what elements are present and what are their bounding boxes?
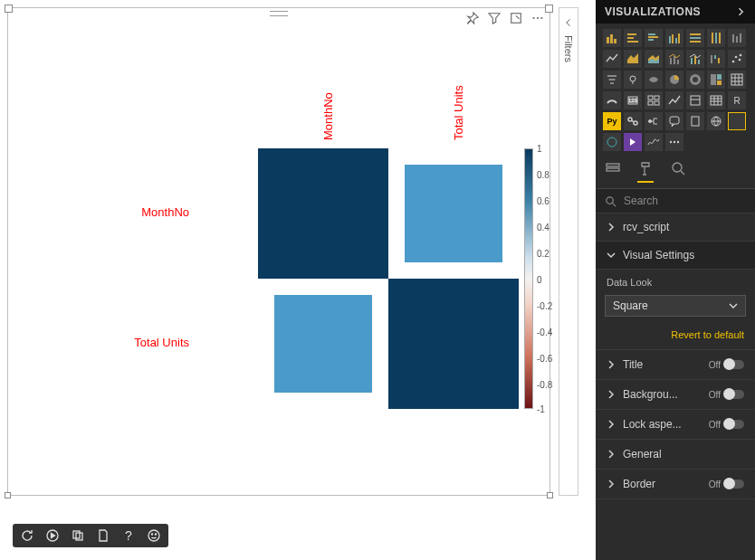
viz-ribbon-icon[interactable]	[728, 29, 746, 47]
section-title[interactable]: Title Off	[596, 350, 755, 380]
svg-rect-24	[690, 37, 701, 39]
svg-rect-46	[609, 79, 616, 81]
section-background[interactable]: Backgrou... Off	[596, 380, 755, 410]
colorbar	[524, 148, 533, 409]
viz-powerapp-icon[interactable]	[624, 133, 642, 151]
svg-point-2	[537, 17, 539, 19]
svg-rect-22	[678, 33, 680, 43]
svg-rect-66	[670, 117, 679, 124]
analytics-tab-icon[interactable]	[670, 160, 686, 183]
search-box[interactable]: Search	[596, 189, 755, 214]
chevron-right-icon	[607, 450, 616, 459]
smile-icon[interactable]	[147, 528, 161, 543]
viz-100pct-col-icon[interactable]	[707, 29, 725, 47]
refresh-icon[interactable]	[20, 528, 34, 543]
help-icon[interactable]: ?	[121, 528, 136, 543]
background-toggle[interactable]: Off	[709, 390, 744, 400]
play-icon[interactable]	[45, 528, 60, 543]
filter-icon[interactable]	[488, 12, 501, 27]
matrix-col-label-0: MonthNo	[321, 92, 335, 140]
viz-pie-icon[interactable]	[665, 71, 683, 89]
copy-icon[interactable]	[71, 528, 85, 543]
svg-rect-12	[614, 39, 616, 43]
viz-paginated-icon[interactable]	[686, 112, 704, 130]
viz-matrix-icon[interactable]	[728, 71, 746, 89]
viz-sparkline-icon[interactable]	[645, 133, 663, 151]
format-tab-icon[interactable]	[637, 160, 654, 183]
section-general[interactable]: General	[596, 440, 755, 470]
filters-panel-collapsed[interactable]: Filters	[559, 7, 578, 496]
viz-line-stacked-icon[interactable]	[665, 50, 683, 68]
svg-point-1	[533, 17, 535, 19]
resize-handle-bl[interactable]	[5, 492, 11, 498]
viz-gauge-icon[interactable]	[603, 91, 621, 109]
chevron-right-icon	[607, 390, 616, 399]
viz-azure-map-icon[interactable]	[603, 133, 621, 151]
viz-100pct-bar-icon[interactable]	[686, 29, 704, 47]
border-toggle[interactable]: Off	[709, 479, 744, 489]
format-tab-row	[596, 155, 755, 189]
viz-clustered-col-icon[interactable]	[665, 29, 683, 47]
cb-tick: -0.4	[537, 327, 552, 337]
svg-rect-0	[511, 14, 521, 24]
viz-line-clustered-icon[interactable]	[686, 50, 704, 68]
viz-python-icon[interactable]: Py	[603, 112, 621, 130]
revert-link[interactable]: Revert to default	[596, 322, 755, 349]
svg-rect-45	[607, 75, 616, 77]
svg-point-70	[670, 141, 672, 143]
viz-kpi-icon[interactable]	[665, 91, 683, 109]
viz-donut-icon[interactable]	[686, 71, 704, 89]
viz-table-icon[interactable]	[707, 91, 725, 109]
chevron-down-icon	[729, 301, 738, 310]
svg-rect-52	[717, 74, 722, 80]
viz-map-icon[interactable]	[624, 71, 642, 89]
viz-stacked-bar-icon[interactable]	[603, 29, 621, 47]
viz-stacked-area-icon[interactable]	[645, 50, 663, 68]
viz-filled-map-icon[interactable]	[645, 71, 663, 89]
resize-handle-br[interactable]	[547, 492, 553, 498]
viz-clustered-bar-icon[interactable]	[645, 29, 663, 47]
lock-aspect-toggle[interactable]: Off	[709, 420, 744, 430]
viz-line-icon[interactable]	[603, 50, 621, 68]
svg-point-64	[634, 121, 637, 125]
viz-arcgis-icon[interactable]	[707, 112, 725, 130]
svg-text:123: 123	[628, 98, 638, 103]
viz-more-icon[interactable]	[665, 133, 683, 151]
svg-rect-28	[719, 33, 721, 43]
title-toggle[interactable]: Off	[709, 360, 744, 370]
viz-card-icon[interactable]: 123	[624, 91, 642, 109]
visual-frame[interactable]: MonthNo Total Units MonthNo Total Units …	[7, 7, 550, 496]
viz-waterfall-icon[interactable]	[707, 50, 725, 68]
fields-tab-icon[interactable]	[605, 160, 621, 183]
viz-multi-card-icon[interactable]	[645, 91, 663, 109]
viz-qa-icon[interactable]	[665, 112, 683, 130]
viz-stacked-bar-h-icon[interactable]	[624, 29, 642, 47]
section-rcv-script[interactable]: rcv_script	[596, 214, 755, 242]
section-lock-aspect[interactable]: Lock aspe... Off	[596, 410, 755, 440]
viz-key-influencers-icon[interactable]	[624, 112, 642, 130]
cb-tick: 0.6	[537, 196, 550, 206]
section-visual-settings[interactable]: Visual Settings	[596, 242, 755, 270]
svg-rect-67	[692, 117, 699, 126]
section-border[interactable]: Border Off	[596, 470, 755, 499]
focus-icon[interactable]	[510, 12, 522, 27]
svg-rect-38	[711, 55, 712, 63]
viz-r-icon[interactable]: R	[728, 91, 746, 109]
more-icon[interactable]	[531, 12, 544, 27]
pin-icon[interactable]	[466, 12, 479, 27]
viz-decomp-icon[interactable]	[645, 112, 663, 130]
viz-custom-selected-icon[interactable]	[728, 112, 746, 130]
bottom-toolbar: ?	[13, 524, 168, 547]
matrix-cell-1-1	[388, 279, 519, 409]
viz-slicer-icon[interactable]	[686, 91, 704, 109]
viz-scatter-icon[interactable]	[728, 50, 746, 68]
svg-point-65	[649, 120, 652, 123]
viz-treemap-icon[interactable]	[707, 71, 725, 89]
panel-header[interactable]: VISUALIZATIONS	[596, 0, 755, 24]
drag-grip[interactable]	[270, 11, 288, 16]
data-look-dropdown[interactable]: Square	[605, 295, 746, 317]
page-icon[interactable]	[96, 528, 110, 543]
viz-area-icon[interactable]	[624, 50, 642, 68]
svg-rect-39	[714, 55, 716, 59]
viz-funnel-icon[interactable]	[603, 71, 621, 89]
